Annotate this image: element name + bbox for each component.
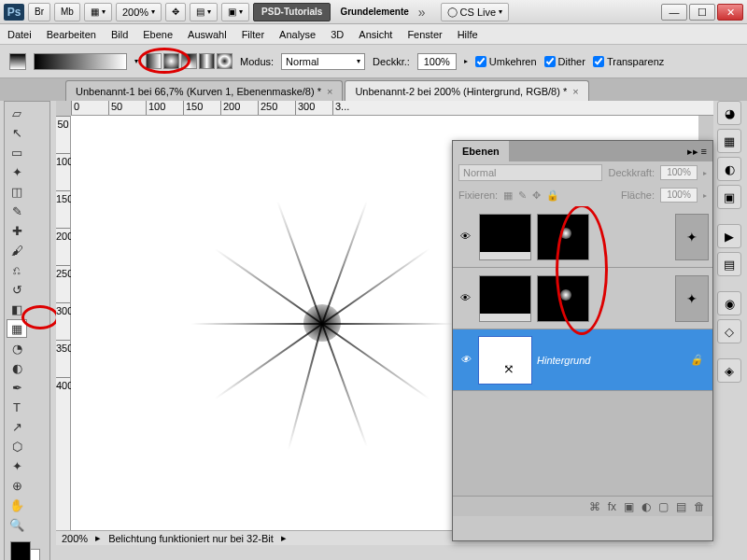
menu-filter[interactable]: Filter: [242, 29, 264, 40]
eraser-tool[interactable]: ◧: [7, 300, 27, 318]
dock-mask-icon[interactable]: ▣: [717, 185, 741, 209]
dodge-tool[interactable]: ◐: [7, 358, 27, 377]
eyedrop-tool[interactable]: ✎: [7, 202, 27, 220]
screenmode-button[interactable]: ▣ ▾: [221, 3, 249, 21]
crop-tool[interactable]: ◫: [7, 182, 27, 201]
cb-umkehren[interactable]: Umkehren: [475, 56, 537, 67]
3dcam-tool[interactable]: ⊕: [7, 476, 27, 495]
cb-transparenz[interactable]: Transparenz: [593, 56, 664, 67]
3d-tool[interactable]: ✦: [7, 456, 27, 475]
status-zoom[interactable]: 200%: [62, 533, 88, 544]
maximize-button[interactable]: ☐: [689, 4, 715, 21]
fill-input[interactable]: 100%: [660, 188, 698, 203]
tab-close-icon[interactable]: ×: [327, 86, 332, 97]
deckkraft-input[interactable]: 100%: [417, 53, 457, 70]
cb-dither[interactable]: Dither: [544, 56, 585, 67]
arrange-button[interactable]: ▤ ▾: [190, 3, 218, 21]
add-mask-icon[interactable]: ▣: [624, 500, 634, 513]
lock-pos-icon[interactable]: ✥: [532, 189, 541, 202]
fx-thumb[interactable]: ✦: [675, 214, 709, 260]
lock-pixels-icon[interactable]: ✎: [518, 189, 527, 202]
blend-mode-select[interactable]: Normal: [458, 164, 602, 181]
group-icon[interactable]: ▢: [658, 500, 669, 513]
panel-collapse-icon[interactable]: ▸▸ ≡: [682, 146, 712, 158]
layer-thumb[interactable]: [479, 214, 531, 260]
fg-color-swatch[interactable]: [10, 541, 31, 560]
panel-tab-ebenen[interactable]: Ebenen: [453, 141, 509, 161]
visibility-icon[interactable]: 👁: [457, 231, 473, 244]
type-tool[interactable]: T: [7, 398, 27, 416]
blur-tool[interactable]: ◔: [7, 339, 27, 357]
zoom-level[interactable]: 200% ▾: [116, 3, 162, 21]
adjust-layer-icon[interactable]: ◐: [641, 500, 651, 513]
dock-channels-icon[interactable]: ◉: [717, 291, 741, 315]
hand-button[interactable]: ✥: [165, 3, 186, 21]
mask-thumb[interactable]: [537, 275, 589, 322]
opacity-input[interactable]: 100%: [660, 165, 698, 180]
modus-select[interactable]: Normal▾: [281, 53, 365, 70]
workspace-grundelemente[interactable]: Grundelemente: [334, 3, 414, 21]
gradient-preview[interactable]: [34, 53, 127, 70]
pen-tool[interactable]: ✒: [7, 378, 27, 397]
brush-tool[interactable]: 🖌: [7, 241, 27, 259]
tool-preset[interactable]: [9, 53, 26, 70]
tab-close-icon[interactable]: ×: [572, 86, 578, 97]
menu-bild[interactable]: Bild: [111, 29, 128, 40]
menu-ansicht[interactable]: Ansicht: [359, 29, 392, 40]
gradient-reflected[interactable]: [199, 53, 215, 69]
menu-hilfe[interactable]: Hilfe: [458, 29, 478, 40]
menu-auswahl[interactable]: Auswahl: [188, 29, 227, 40]
gradient-linear[interactable]: [146, 53, 162, 69]
dock-swatches-icon[interactable]: ▦: [717, 129, 741, 153]
hand-tool[interactable]: ✋: [7, 496, 27, 514]
stamp-tool[interactable]: ⎌: [7, 260, 27, 279]
move-tool[interactable]: ▱: [7, 104, 27, 122]
visibility-icon[interactable]: 👁: [457, 292, 473, 305]
gradient-diamond[interactable]: [217, 53, 233, 69]
layer-thumb[interactable]: ⤧: [479, 337, 531, 384]
color-swatches[interactable]: [7, 539, 48, 560]
layer-row[interactable]: 👁 ✦: [453, 268, 712, 329]
layer-row-hintergrund[interactable]: 👁 ⤧ Hintergrund 🔒: [453, 329, 712, 391]
menu-datei[interactable]: Datei: [7, 29, 32, 40]
fx-thumb[interactable]: ✦: [675, 275, 709, 322]
wand-tool[interactable]: ✦: [7, 162, 27, 181]
delete-layer-icon[interactable]: 🗑: [694, 500, 705, 513]
new-layer-icon[interactable]: ▤: [676, 500, 686, 513]
lock-trans-icon[interactable]: ▦: [503, 189, 513, 202]
gradient-angle[interactable]: [181, 53, 197, 69]
history-tool[interactable]: ↺: [7, 280, 27, 299]
bridge-button[interactable]: Br: [28, 3, 50, 21]
dock-adjust-icon[interactable]: ◐: [717, 157, 741, 181]
dock-layers-icon[interactable]: ◈: [717, 358, 741, 383]
layer-thumb[interactable]: [479, 275, 531, 322]
deckkraft-arrow-icon[interactable]: ▸: [464, 57, 468, 65]
doc-tab-1[interactable]: Unbenannt-1 bei 66,7% (Kurven 1, Ebenenm…: [65, 80, 343, 101]
gradient-tool[interactable]: ▦: [7, 319, 27, 338]
layer-name[interactable]: Hintergrund: [537, 355, 684, 366]
path-tool[interactable]: ↗: [7, 417, 27, 436]
minibridge-button[interactable]: Mb: [54, 3, 80, 21]
menu-ebene[interactable]: Ebene: [143, 29, 173, 40]
workspace-more-icon[interactable]: »: [418, 5, 426, 20]
layers-panel[interactable]: Ebenen ▸▸ ≡ Normal Deckkraft: 100% ▸ Fix…: [452, 140, 713, 541]
visibility-icon[interactable]: 👁: [457, 354, 473, 367]
zoom-tool[interactable]: 🔍: [7, 515, 27, 534]
menu-fenster[interactable]: Fenster: [407, 29, 442, 40]
dock-actions-icon[interactable]: ▶: [717, 224, 741, 248]
dock-brush-icon[interactable]: ▤: [717, 252, 741, 276]
viewext-button[interactable]: ▦ ▾: [84, 3, 112, 21]
menu-analyse[interactable]: Analyse: [279, 29, 316, 40]
dock-paths-icon[interactable]: ◇: [717, 319, 741, 343]
lock-all-icon[interactable]: 🔒: [546, 189, 559, 202]
doc-tab-2[interactable]: Unbenannt-2 bei 200% (Hintergrund, RGB/8…: [345, 80, 588, 101]
layer-row[interactable]: 👁 ✦: [453, 206, 712, 268]
workspace-psdtutorials[interactable]: PSD-Tutorials: [253, 3, 331, 21]
close-button[interactable]: ✕: [717, 4, 743, 21]
heal-tool[interactable]: ✚: [7, 221, 27, 240]
cslive-button[interactable]: ◯ CS Live ▾: [441, 3, 510, 21]
gradient-picker-icon[interactable]: ▾: [134, 57, 138, 65]
dock-color-icon[interactable]: ◕: [717, 101, 741, 125]
mask-thumb[interactable]: [537, 214, 589, 260]
shape-tool[interactable]: ⬡: [7, 437, 27, 455]
